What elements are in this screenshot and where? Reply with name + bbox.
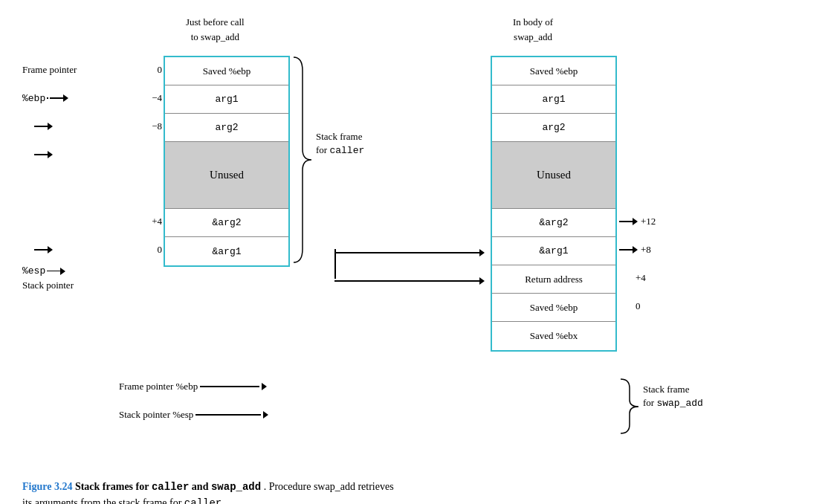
frame-pointer-label: Frame pointer (22, 64, 77, 76)
right-row-unused: Unused (492, 142, 615, 209)
right-row-arg1: arg1 (492, 85, 615, 114)
left-stack: Saved %ebp arg1 arg2 Unused &arg2 &arg1 (164, 56, 290, 267)
right-row-return-addr: Return address (492, 265, 615, 294)
bottom-stack-pointer: Stack pointer %esp (119, 409, 268, 421)
middle-brace-caller (292, 56, 313, 267)
right-offset-0: 0 (636, 300, 641, 312)
left-offset-plus4: +4 (152, 216, 162, 227)
right-brace-swap (619, 378, 640, 438)
ebp-label: %ebp (22, 93, 45, 104)
right-offset-8: +8 (641, 244, 651, 256)
caption: Figure 3.24 Stack frames for caller and … (22, 479, 691, 504)
brace-swap-label: Stack frame for swap_add (643, 383, 703, 410)
left-offset-0: 0 (158, 64, 163, 76)
brace-caller-label: Stack frame for caller (316, 130, 364, 158)
left-offset-neg8: −8 (152, 120, 162, 132)
stack-pointer-label: Stack pointer (22, 280, 74, 291)
right-row-arg1-ref: &arg1 (492, 237, 615, 265)
bottom-frame-pointer: Frame pointer %ebp (119, 381, 267, 392)
left-row-arg2: arg2 (165, 114, 288, 142)
right-row-arg2-ref: &arg2 (492, 209, 615, 237)
right-offsets: +12 +8 +4 0 (619, 56, 656, 349)
left-row-saved-ebp: Saved %ebp (165, 57, 288, 85)
left-row-arg1: arg1 (165, 85, 288, 114)
right-row-arg2: arg2 (492, 114, 615, 142)
left-offset-zero2: 0 (158, 244, 163, 256)
left-row-arg1-ref: &arg1 (165, 237, 288, 265)
mid-arrow-bottom (334, 277, 485, 285)
right-stack: Saved %ebp arg1 arg2 Unused &arg2 &arg1 … (491, 56, 617, 352)
left-header: Just before call to swap_add (186, 15, 245, 44)
esp-label: %esp (22, 265, 45, 277)
right-header: In body of swap_add (513, 15, 553, 44)
far-left-labels: Frame pointer %ebp (22, 56, 77, 292)
left-offset-neg4: −4 (152, 92, 162, 104)
right-row-saved-ebp2: Saved %ebp (492, 294, 615, 322)
frame-pointer-bottom-label: Frame pointer %ebp (119, 381, 198, 392)
right-offset-12: +12 (641, 216, 656, 227)
left-row-unused: Unused (165, 142, 288, 209)
mid-vert-line (334, 249, 336, 279)
stack-pointer-bottom-label: Stack pointer %esp (119, 409, 193, 421)
left-offsets: 0 −4 −8 +4 0 (140, 56, 162, 264)
right-offset-4: +4 (636, 272, 646, 284)
left-row-arg2-ref: &arg2 (165, 209, 288, 237)
figure-num: Figure 3.24 (22, 481, 72, 492)
caption-swap-add: swap_add (211, 481, 261, 493)
mid-arrow-top (334, 249, 485, 256)
caption-caller2: caller (184, 497, 222, 504)
right-row-saved-ebp: Saved %ebp (492, 57, 615, 85)
caption-caller: caller (152, 481, 189, 493)
right-row-saved-ebx: Saved %ebx (492, 322, 615, 350)
